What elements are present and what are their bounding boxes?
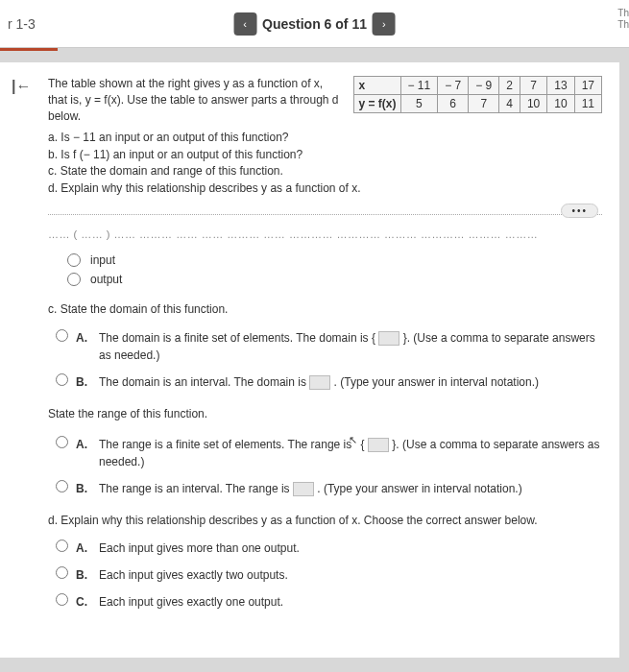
range-a-input[interactable] xyxy=(368,438,389,452)
prev-question-button[interactable]: ‹ xyxy=(233,12,256,36)
d-choice-b-text: Each input gives exactly two outputs. xyxy=(99,566,602,584)
letter-a: A. xyxy=(76,329,87,347)
domain-choice-a-row: A. The domain is a finite set of element… xyxy=(56,327,602,364)
range-choice-a-row: A. The range is a finite set of elements… xyxy=(56,432,602,470)
breadcrumb: r 1-3 xyxy=(8,16,36,32)
radio-output[interactable] xyxy=(67,273,81,286)
part-c: c. State the domain and range of this fu… xyxy=(48,163,602,180)
d-choice-c-text: Each input gives exactly one output. xyxy=(99,593,602,611)
range-b-tail: . (Type your answer in interval notation… xyxy=(317,482,521,495)
intro-text: The table shown at the right gives y as … xyxy=(48,76,340,124)
letter-b-2: B. xyxy=(76,480,87,497)
table-row-y: y = f(x) 5 6 7 4 10 10 11 xyxy=(354,95,602,113)
part-b: b. Is f (− 11) an input or an output of … xyxy=(48,147,602,163)
radio-range-b[interactable] xyxy=(56,480,68,492)
function-table: x − 11 − 7 − 9 2 7 13 17 y = f(x) 5 6 7 … xyxy=(353,76,602,113)
d-choice-a-row: A. Each input gives more than one output… xyxy=(56,538,602,557)
letter-c-3: C. xyxy=(76,593,87,611)
domain-a-input[interactable] xyxy=(378,331,399,346)
domain-choice-b-row: B. The domain is an interval. The domain… xyxy=(56,372,602,391)
radio-d-a[interactable] xyxy=(56,540,68,552)
option-input-label: input xyxy=(90,253,115,267)
letter-a-2: A. xyxy=(76,436,87,453)
part-c-range-label: State the range of this function. xyxy=(48,406,602,422)
question-panel: |← The table shown at the right gives y … xyxy=(0,62,619,658)
table-row-x: x − 11 − 7 − 9 2 7 13 17 xyxy=(354,77,602,95)
letter-b-3: B. xyxy=(76,566,87,584)
subparts-list: a. Is − 11 an input or an output of this… xyxy=(48,130,602,197)
d-choice-c-row: C. Each input gives exactly one output. xyxy=(56,591,602,611)
radio-domain-a[interactable] xyxy=(56,329,68,342)
range-a-text: The range is a finite set of elements. T… xyxy=(99,438,351,451)
radio-range-a[interactable] xyxy=(56,436,68,448)
letter-a-3: A. xyxy=(76,540,87,557)
option-output-label: output xyxy=(90,273,122,286)
part-d: d. Explain why this relationship describ… xyxy=(48,180,602,197)
domain-b-text: The domain is an interval. The domain is xyxy=(99,375,309,389)
collapse-icon[interactable]: |← xyxy=(12,78,31,95)
range-a-brace: { xyxy=(361,438,365,451)
radio-input[interactable] xyxy=(67,253,81,267)
radio-domain-b[interactable] xyxy=(56,373,68,386)
question-navigator: ‹ Question 6 of 11 › xyxy=(233,12,396,36)
header-bar: r 1-3 ‹ Question 6 of 11 › Th Th xyxy=(0,0,629,48)
d-choice-a-text: Each input gives more than one output. xyxy=(99,540,602,557)
domain-b-tail: . (Type your answer in interval notation… xyxy=(334,375,539,389)
right-edge-text: Th Th xyxy=(617,8,629,31)
radio-d-c[interactable] xyxy=(56,593,68,606)
input-output-options: input output xyxy=(48,253,602,286)
radio-d-b[interactable] xyxy=(56,566,68,579)
next-question-button[interactable]: › xyxy=(373,12,396,36)
row-label-x: x xyxy=(354,77,400,95)
more-menu-button[interactable]: ••• xyxy=(561,204,598,218)
accent-bar xyxy=(0,48,58,51)
option-input-row: input xyxy=(67,253,602,267)
question-counter: Question 6 of 11 xyxy=(262,16,367,32)
row-label-y: y = f(x) xyxy=(354,95,400,113)
truncated-prior-text: …… ( …… ) …… ……… …… …… ……… …… ………… ………… … xyxy=(48,228,602,240)
part-c-domain-label: c. State the domain of this function. xyxy=(48,301,602,318)
d-choice-b-row: B. Each input gives exactly two outputs. xyxy=(56,564,602,584)
range-b-text: The range is an interval. The range is xyxy=(99,482,293,495)
option-output-row: output xyxy=(67,273,602,286)
cursor-icon: ↖ xyxy=(349,432,357,448)
divider: ••• xyxy=(48,214,602,215)
range-b-input[interactable] xyxy=(293,482,314,496)
range-choice-b-row: B. The range is an interval. The range i… xyxy=(56,478,602,497)
domain-a-text: The domain is a finite set of elements. … xyxy=(99,331,375,345)
part-d-label: d. Explain why this relationship describ… xyxy=(48,513,602,529)
domain-b-input[interactable] xyxy=(309,375,330,390)
letter-b: B. xyxy=(76,373,87,391)
part-a: a. Is − 11 an input or an output of this… xyxy=(48,130,602,146)
question-header: The table shown at the right gives y as … xyxy=(48,76,602,124)
